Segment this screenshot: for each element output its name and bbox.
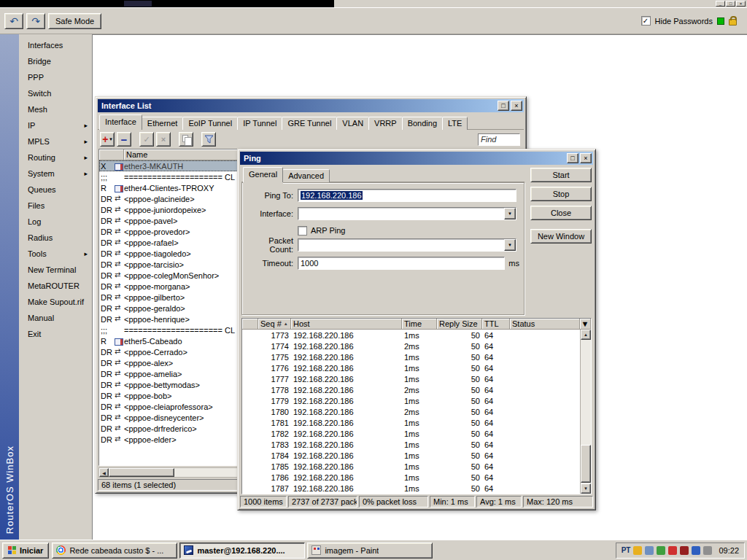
shell-maximize-button[interactable]: □ — [726, 1, 735, 7]
close-button[interactable]: × — [580, 153, 592, 163]
sidebar-item-mpls[interactable]: MPLS ▸ — [19, 133, 92, 149]
tab-ethernet[interactable]: Ethernet — [142, 117, 184, 130]
ping-result-row[interactable]: 1786 192.168.220.186 1ms 50 64 — [242, 472, 580, 483]
safe-mode-button[interactable]: Safe Mode — [48, 13, 101, 29]
ping-result-row[interactable]: 1774 192.168.220.186 2ms 50 64 — [242, 341, 580, 351]
sidebar-item-metarouter[interactable]: MetaROUTER ▸ — [19, 278, 92, 294]
ping-result-row[interactable]: 1781 192.168.220.186 1ms 50 64 — [242, 417, 580, 428]
sidebar-item-system[interactable]: System ▸ — [19, 166, 92, 182]
disable-interface-button[interactable]: × — [156, 132, 171, 147]
sidebar-item-files[interactable]: Files ▸ — [19, 198, 92, 214]
tab-ip-tunnel[interactable]: IP Tunnel — [237, 117, 282, 130]
sidebar-item-log[interactable]: Log ▸ — [19, 214, 92, 230]
sidebar-item-radius[interactable]: Radius ▸ — [19, 230, 92, 246]
ping-to-input[interactable]: 192.168.220.186 — [298, 189, 516, 202]
vertical-scrollbar-thumb[interactable] — [581, 445, 591, 483]
ping-result-row[interactable]: 1776 192.168.220.186 1ms 50 64 — [242, 362, 580, 373]
tab-advanced[interactable]: Advanced — [282, 169, 330, 182]
close-button[interactable]: Close — [530, 206, 592, 220]
ping-result-row[interactable]: 1778 192.168.220.186 2ms 50 64 — [242, 384, 580, 395]
timeout-input[interactable]: 1000 — [298, 257, 505, 270]
ping-result-row[interactable]: 1777 192.168.220.186 1ms 50 64 — [242, 373, 580, 384]
tray-messenger-icon[interactable] — [645, 546, 654, 555]
tray-alert-icon[interactable] — [680, 546, 689, 555]
sidebar-item-interfaces[interactable]: Interfaces ▸ — [19, 37, 92, 53]
tab-lte[interactable]: LTE — [442, 117, 468, 130]
shell-close-button[interactable]: × — [736, 1, 746, 7]
maximize-button[interactable]: □ — [567, 153, 578, 163]
tab-vlan[interactable]: VLAN — [336, 117, 369, 130]
sidebar-item-manual[interactable]: Manual ▸ — [19, 310, 92, 326]
sidebar-item-queues[interactable]: Queues ▸ — [19, 182, 92, 198]
ping-result-row[interactable]: 1784 192.168.220.186 1ms 50 64 — [242, 450, 580, 461]
ttl-column-header[interactable]: TTL — [482, 319, 510, 330]
sidebar-item-mesh[interactable]: Mesh ▸ — [19, 101, 92, 117]
ping-result-row[interactable]: 1780 192.168.220.186 2ms 50 64 — [242, 406, 580, 417]
tab-eoip-tunnel[interactable]: EoIP Tunnel — [182, 117, 238, 130]
time-column-header[interactable]: Time — [402, 319, 437, 330]
reply-size-column-header[interactable]: Reply Size — [437, 319, 482, 330]
vertical-scrollbar[interactable]: ▲ ▼ — [580, 330, 591, 494]
filter-button[interactable] — [201, 132, 216, 147]
sidebar-item-ip[interactable]: IP ▸ — [19, 117, 92, 133]
sidebar-item-make-supout[interactable]: Make Supout.rif ▸ — [19, 294, 92, 310]
find-input[interactable] — [478, 133, 520, 146]
tab-gre-tunnel[interactable]: GRE Tunnel — [282, 117, 337, 130]
language-indicator[interactable]: PT — [622, 546, 631, 554]
tray-volume-icon[interactable] — [692, 546, 700, 555]
ping-titlebar[interactable]: Ping □ × — [240, 152, 593, 165]
ping-result-row[interactable]: 1782 192.168.220.186 1ms 50 64 — [242, 428, 580, 439]
task-chrome-window[interactable]: Rede cabeada custo $ - ... — [52, 542, 177, 559]
dropdown-arrow-icon[interactable]: ▼ — [504, 208, 516, 219]
enable-interface-button[interactable]: ✓ — [139, 132, 154, 147]
comment-button[interactable] — [179, 132, 193, 147]
redo-button[interactable]: ↷ — [26, 13, 45, 29]
start-button[interactable]: Iniciar — [2, 542, 49, 559]
ping-result-row[interactable]: 1773 192.168.220.186 1ms 50 64 — [242, 330, 580, 341]
shell-minimize-button[interactable]: _ — [716, 1, 725, 7]
task-paint-window[interactable]: imagem - Paint — [307, 542, 433, 559]
column-selector-button[interactable]: ▼ — [580, 319, 591, 330]
status-column-header[interactable]: Status — [510, 319, 580, 330]
host-column-header[interactable]: Host — [291, 319, 402, 330]
ping-result-row[interactable]: 1779 192.168.220.186 1ms 50 64 — [242, 395, 580, 406]
arp-ping-checkbox[interactable]: ✓ — [298, 226, 307, 236]
scroll-left-button[interactable]: ◀ — [99, 468, 109, 477]
seq-column-header[interactable]: Seq #▲ — [258, 319, 291, 330]
ping-result-row[interactable]: 1775 192.168.220.186 1ms 50 64 — [242, 351, 580, 362]
tab-vrrp[interactable]: VRRP — [368, 117, 403, 130]
interface-list-titlebar[interactable]: Interface List □ × — [98, 99, 524, 112]
tab-general[interactable]: General — [243, 167, 283, 182]
ping-result-row[interactable]: 1787 192.168.220.186 1ms 50 64 — [242, 483, 580, 494]
ping-result-row[interactable]: 1785 192.168.220.186 1ms 50 64 — [242, 461, 580, 472]
tray-device-icon[interactable] — [703, 546, 712, 555]
sidebar-item-exit[interactable]: Exit ▸ — [19, 326, 92, 342]
close-button[interactable]: × — [511, 101, 522, 111]
scroll-up-button[interactable]: ▲ — [581, 330, 591, 340]
new-window-button[interactable]: New Window — [530, 229, 592, 244]
tray-update-icon[interactable] — [633, 546, 642, 555]
dropdown-arrow-icon[interactable]: ▼ — [504, 239, 516, 251]
hide-passwords-checkbox[interactable]: ✓ — [641, 16, 651, 26]
tray-network-icon[interactable] — [657, 546, 665, 555]
sidebar-item-routing[interactable]: Routing ▸ — [19, 149, 92, 166]
remove-interface-button[interactable]: − — [117, 132, 131, 147]
horizontal-scrollbar-thumb[interactable] — [109, 468, 174, 477]
flags-column-header[interactable] — [99, 149, 124, 160]
gutter-column-header[interactable] — [242, 319, 258, 330]
scroll-down-button[interactable]: ▼ — [581, 483, 591, 494]
sidebar-item-new-terminal[interactable]: New Terminal ▸ — [19, 262, 92, 278]
ping-result-row[interactable]: 1783 192.168.220.186 1ms 50 64 — [242, 439, 580, 450]
tab-bonding[interactable]: Bonding — [402, 117, 443, 130]
sidebar-item-bridge[interactable]: Bridge ▸ — [19, 53, 92, 69]
stop-button[interactable]: Stop — [530, 187, 592, 201]
packet-count-select[interactable]: ▼ — [298, 238, 516, 252]
tray-antivirus-icon[interactable] — [668, 546, 677, 555]
interface-select[interactable]: ▼ — [298, 207, 516, 220]
sidebar-item-switch[interactable]: Switch ▸ — [19, 85, 92, 101]
add-interface-button[interactable]: + ▾ — [100, 132, 115, 147]
task-winbox-session[interactable]: master@192.168.220.... — [179, 542, 305, 559]
maximize-button[interactable]: □ — [498, 101, 509, 111]
undo-button[interactable]: ↶ — [4, 13, 23, 29]
tab-interface[interactable]: Interface — [99, 114, 142, 130]
